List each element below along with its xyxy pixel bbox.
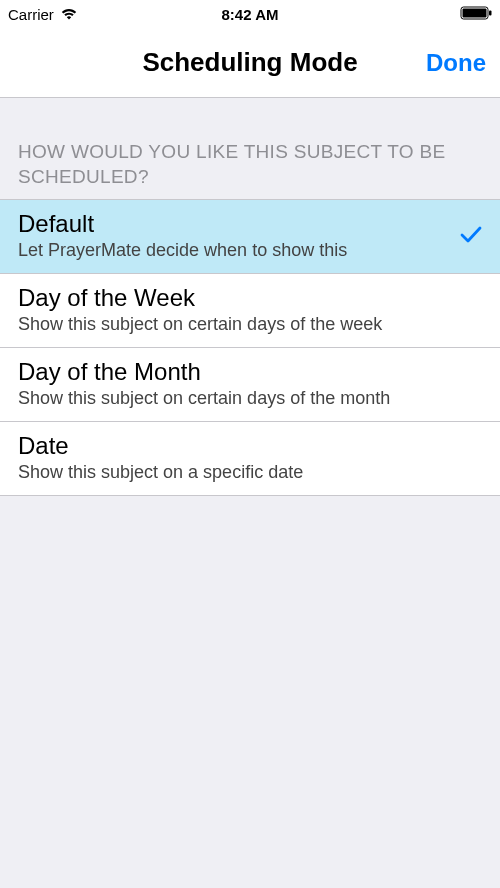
checkmark-icon — [460, 226, 482, 248]
battery-icon — [460, 6, 492, 23]
option-title: Date — [18, 432, 482, 460]
option-row[interactable]: Day of the WeekShow this subject on cert… — [0, 274, 500, 348]
status-time: 8:42 AM — [222, 6, 279, 23]
wifi-icon — [60, 6, 78, 23]
options-list: DefaultLet PrayerMate decide when to sho… — [0, 199, 500, 496]
option-subtitle: Let PrayerMate decide when to show this — [18, 240, 482, 261]
option-title: Day of the Month — [18, 358, 482, 386]
page-title: Scheduling Mode — [142, 47, 357, 78]
status-bar: Carrier 8:42 AM — [0, 0, 500, 28]
option-subtitle: Show this subject on certain days of the… — [18, 388, 482, 409]
option-subtitle: Show this subject on a specific date — [18, 462, 482, 483]
section-header: HOW WOULD YOU LIKE THIS SUBJECT TO BE SC… — [0, 98, 500, 199]
option-row[interactable]: DateShow this subject on a specific date — [0, 422, 500, 495]
status-right — [460, 6, 492, 23]
nav-bar: Scheduling Mode Done — [0, 28, 500, 98]
svg-rect-2 — [489, 10, 492, 15]
carrier-label: Carrier — [8, 6, 54, 23]
done-button[interactable]: Done — [426, 49, 486, 77]
option-title: Day of the Week — [18, 284, 482, 312]
status-left: Carrier — [8, 6, 78, 23]
option-row[interactable]: Day of the MonthShow this subject on cer… — [0, 348, 500, 422]
option-row[interactable]: DefaultLet PrayerMate decide when to sho… — [0, 200, 500, 274]
option-title: Default — [18, 210, 482, 238]
svg-rect-1 — [463, 8, 487, 17]
option-subtitle: Show this subject on certain days of the… — [18, 314, 482, 335]
